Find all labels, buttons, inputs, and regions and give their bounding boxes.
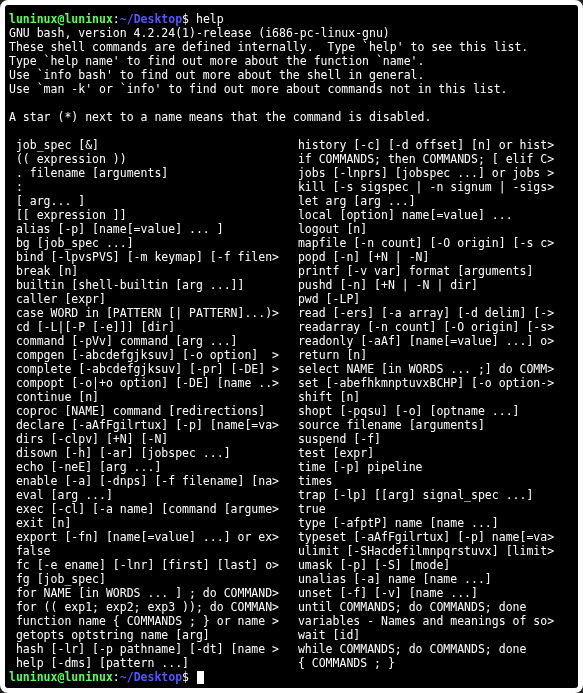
- help-entry: dirs [-clpv] [+N] [-N]: [9, 432, 291, 446]
- help-header-line: [9, 124, 574, 138]
- help-entry: for (( exp1; exp2; exp3 )); do COMMAN>: [9, 600, 291, 614]
- help-entry: shift [n]: [291, 390, 574, 404]
- help-entry: { COMMANDS ; }: [291, 656, 574, 670]
- help-entry: help [-dms] [pattern ...]: [9, 656, 291, 670]
- help-entry: . filename [arguments]: [9, 166, 291, 180]
- help-entry: command [-pVv] command [arg ...]: [9, 334, 291, 348]
- help-entry: declare [-aAfFgilrtux] [-p] [name[=va>: [9, 418, 291, 432]
- terminal-window[interactable]: luninux@luninux:~/Desktop$ help GNU bash…: [0, 0, 583, 693]
- help-entry: source filename [arguments]: [291, 418, 574, 432]
- help-entry: return [n]: [291, 348, 574, 362]
- help-entry: readonly [-aAf] [name[=value] ...] o>: [291, 334, 574, 348]
- help-header-line: Use `man -k' or `info' to find out more …: [9, 82, 574, 96]
- help-entry: test [expr]: [291, 446, 574, 460]
- help-entry: eval [arg ...]: [9, 488, 291, 502]
- prompt-path: ~/Desktop: [120, 670, 182, 684]
- help-entry: unset [-f] [-v] [name ...]: [291, 586, 574, 600]
- help-entry: case WORD in [PATTERN [| PATTERN]...)>: [9, 306, 291, 320]
- help-entry: false: [9, 544, 291, 558]
- prompt-path: ~/Desktop: [120, 12, 182, 26]
- help-entry: exec [-cl] [-a name] [command [argume>: [9, 502, 291, 516]
- help-entry: echo [-neE] [arg ...]: [9, 460, 291, 474]
- help-entry: times: [291, 474, 574, 488]
- help-entry: trap [-lp] [[arg] signal_spec ...]: [291, 488, 574, 502]
- help-entry: wait [id]: [291, 628, 574, 642]
- help-entry: getopts optstring name [arg]: [9, 628, 291, 642]
- help-entry: builtin [shell-builtin [arg ...]]: [9, 278, 291, 292]
- help-entry: break [n]: [9, 264, 291, 278]
- help-entry: type [-afptP] name [name ...]: [291, 516, 574, 530]
- help-header-line: A star (*) next to a name means that the…: [9, 110, 574, 124]
- help-entry: (( expression )): [9, 152, 291, 166]
- help-entry: function name { COMMANDS ; } or name >: [9, 614, 291, 628]
- help-header-line: [9, 96, 574, 110]
- cursor-icon: [197, 671, 204, 684]
- help-entry: enable [-a] [-dnps] [-f filename] [na>: [9, 474, 291, 488]
- help-header-line: These shell commands are defined interna…: [9, 40, 574, 54]
- help-entry: job_spec [&]: [9, 138, 291, 152]
- help-columns: job_spec [&] (( expression )) . filename…: [9, 138, 574, 670]
- help-entry: variables - Names and meanings of so>: [291, 614, 574, 628]
- help-entry: coproc [NAME] command [redirections]: [9, 404, 291, 418]
- help-entry: bind [-lpvsPVS] [-m keymap] [-f filen>: [9, 250, 291, 264]
- prompt-user-host: luninux@luninux: [9, 12, 113, 26]
- help-entry: export [-fn] [name[=value] ...] or ex>: [9, 530, 291, 544]
- help-entry: [ arg... ]: [9, 194, 291, 208]
- help-entry: umask [-p] [-S] [mode]: [291, 558, 574, 572]
- help-header-text: GNU bash, version 4.2.24(1)-release (i68…: [9, 26, 574, 138]
- help-header-line: Type `help name' to find out more about …: [9, 54, 574, 68]
- help-entry: suspend [-f]: [291, 432, 574, 446]
- help-entry: fc [-e ename] [-lnr] [first] [last] o>: [9, 558, 291, 572]
- help-entry: caller [expr]: [9, 292, 291, 306]
- help-entry: alias [-p] [name[=value] ... ]: [9, 222, 291, 236]
- help-entry: compopt [-o|+o option] [-DE] [name ..>: [9, 376, 291, 390]
- help-entry: compgen [-abcdefgjksuv] [-o option] >: [9, 348, 291, 362]
- prompt-sep: :: [113, 670, 120, 684]
- prompt-dollar: $: [182, 12, 196, 26]
- help-entry: hash [-lr] [-p pathname] [-dt] [name >: [9, 642, 291, 656]
- help-header-line: Use `info bash' to find out more about t…: [9, 68, 574, 82]
- help-entry: readarray [-n count] [-O origin] [-s>: [291, 320, 574, 334]
- help-entry: local [option] name[=value] ...: [291, 208, 574, 222]
- help-entry: jobs [-lnprs] [jobspec ...] or jobs >: [291, 166, 574, 180]
- help-entry: true: [291, 502, 574, 516]
- help-entry: select NAME [in WORDS ... ;] do COMM>: [291, 362, 574, 376]
- help-entry: fg [job_spec]: [9, 572, 291, 586]
- help-entry: unalias [-a] name [name ...]: [291, 572, 574, 586]
- prompt-user-host: luninux@luninux: [9, 670, 113, 684]
- help-entry: :: [9, 180, 291, 194]
- help-entry: exit [n]: [9, 516, 291, 530]
- help-entry: logout [n]: [291, 222, 574, 236]
- help-entry: let arg [arg ...]: [291, 194, 574, 208]
- help-entry: shopt [-pqsu] [-o] [optname ...]: [291, 404, 574, 418]
- help-entry: cd [-L|[-P [-e]]] [dir]: [9, 320, 291, 334]
- help-entry: pwd [-LP]: [291, 292, 574, 306]
- help-entry: time [-p] pipeline: [291, 460, 574, 474]
- help-column-left: job_spec [&] (( expression )) . filename…: [9, 138, 291, 670]
- entered-command: help: [196, 12, 224, 26]
- help-entry: complete [-abcdefgjksuv] [-pr] [-DE] >: [9, 362, 291, 376]
- help-entry: printf [-v var] format [arguments]: [291, 264, 574, 278]
- prompt-line-1: luninux@luninux:~/Desktop$ help: [9, 12, 574, 26]
- prompt-dollar: $: [182, 670, 196, 684]
- help-entry: disown [-h] [-ar] [jobspec ...]: [9, 446, 291, 460]
- help-entry: mapfile [-n count] [-O origin] [-s c>: [291, 236, 574, 250]
- help-header-line: GNU bash, version 4.2.24(1)-release (i68…: [9, 26, 574, 40]
- help-entry: popd [-n] [+N | -N]: [291, 250, 574, 264]
- help-entry: history [-c] [-d offset] [n] or hist>: [291, 138, 574, 152]
- prompt-line-2[interactable]: luninux@luninux:~/Desktop$: [9, 670, 574, 684]
- help-entry: typeset [-aAfFgilrtux] [-p] name[=va>: [291, 530, 574, 544]
- help-entry: [[ expression ]]: [9, 208, 291, 222]
- help-entry: bg [job_spec ...]: [9, 236, 291, 250]
- help-entry: kill [-s sigspec | -n signum | -sigs>: [291, 180, 574, 194]
- help-entry: if COMMANDS; then COMMANDS; [ elif C>: [291, 152, 574, 166]
- help-entry: read [-ers] [-a array] [-d delim] [->: [291, 306, 574, 320]
- help-entry: continue [n]: [9, 390, 291, 404]
- help-column-right: history [-c] [-d offset] [n] or hist> if…: [291, 138, 574, 670]
- help-entry: for NAME [in WORDS ... ] ; do COMMAND>: [9, 586, 291, 600]
- help-entry: pushd [-n] [+N | -N | dir]: [291, 278, 574, 292]
- help-entry: until COMMANDS; do COMMANDS; done: [291, 600, 574, 614]
- help-entry: while COMMANDS; do COMMANDS; done: [291, 642, 574, 656]
- help-entry: ulimit [-SHacdefilmnpqrstuvx] [limit>: [291, 544, 574, 558]
- prompt-sep: :: [113, 12, 120, 26]
